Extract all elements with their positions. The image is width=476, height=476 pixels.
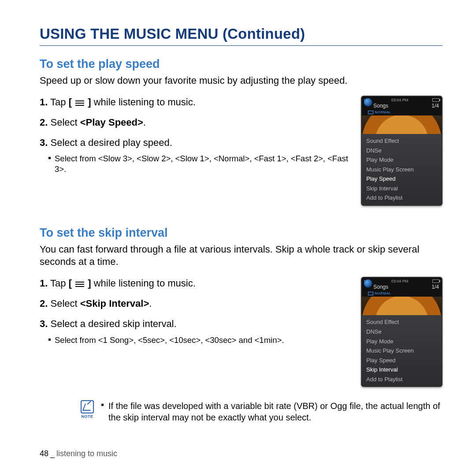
chapter-name: listening to music (56, 449, 117, 458)
device-screenshot: ▶ 03:04 PM Songs 1/4 NORMAL Sound Effect… (361, 277, 443, 387)
step-sub-bullet: Select from <1 Song>, <5sec>, <10sec>, <… (40, 335, 350, 346)
device-album-art (362, 297, 442, 315)
section-heading: To set the play speed (40, 57, 443, 71)
device-title-row: Songs 1/4 (362, 103, 442, 110)
step-number: 2. (40, 117, 48, 128)
step-number: 2. (40, 298, 48, 309)
device-menu-item: Repeat A-B Mode (362, 203, 442, 206)
step-text: while listening to music. (91, 97, 196, 108)
step-text: Select (48, 298, 80, 309)
note-text: If the file was developed with a variabl… (101, 400, 443, 423)
device-menu-item: Play Mode (362, 155, 442, 165)
device-album-art (362, 115, 442, 134)
device-songs-label: Songs (373, 103, 388, 109)
battery-icon (432, 279, 439, 283)
step-text: . (143, 117, 146, 128)
step-1: 1. Tap [ ] while listening to music. (40, 277, 350, 290)
device-mode-label: NORMAL (362, 291, 442, 297)
step-text: Tap (48, 278, 68, 289)
page-footer: 48_listening to music (40, 449, 117, 458)
menu-icon (75, 280, 84, 287)
device-status-bar: ▶ 03:04 PM (362, 278, 442, 284)
step-3: 3. Select a desired play speed. (40, 136, 350, 149)
device-menu-item: Play Mode (362, 337, 442, 346)
step-sub-bullet: Select from <Slow 3>, <Slow 2>, <Slow 1>… (40, 153, 350, 175)
device-songs-count: 1/4 (431, 103, 439, 109)
device-menu-item: Skip Interval (362, 184, 442, 193)
device-songs-count: 1/4 (431, 284, 439, 290)
device-menu: Sound EffectDNSePlay ModeMusic Play Scre… (362, 315, 442, 387)
note-icon (81, 400, 94, 413)
page-number: 48 (40, 449, 48, 458)
device-menu-item: Music Play Screen (362, 165, 442, 175)
battery-icon (432, 98, 439, 102)
device-time: 03:04 PM (391, 279, 409, 283)
device-time: 03:04 PM (391, 98, 409, 102)
section-heading: To set the skip interval (40, 226, 443, 240)
section-play-speed: To set the play speed Speed up or slow d… (40, 57, 443, 206)
step-text: . (149, 298, 152, 309)
step-text: Select (48, 117, 80, 128)
step-text: Select a desired play speed. (48, 137, 172, 148)
step-number: 1. (40, 278, 48, 289)
note-badge: NOTE (79, 400, 95, 419)
device-screenshot: ▶ 03:04 PM Songs 1/4 NORMAL Sound Effect… (361, 96, 443, 206)
page-title: USING THE MUSIC MENU (Continued) (40, 26, 443, 46)
step-number: 3. (40, 137, 48, 148)
device-menu-item: Sound Effect (362, 317, 442, 327)
device-menu: Sound EffectDNSePlay ModeMusic Play Scre… (362, 134, 442, 206)
menu-icon (75, 99, 84, 106)
device-status-bar: ▶ 03:04 PM (362, 97, 442, 103)
step-text: Select a desired skip interval. (48, 318, 176, 329)
step-number: 3. (40, 318, 48, 329)
device-menu-item: Add to Playlist (362, 375, 442, 384)
steps-list: 1. Tap [ ] while listening to music. 2. … (40, 96, 350, 175)
step-bold-term: <Play Speed> (80, 117, 143, 128)
note-label: NOTE (79, 414, 95, 419)
note-block: NOTE If the file was developed with a va… (40, 400, 443, 423)
device-menu-item: Music Play Screen (362, 346, 442, 356)
device-menu-item: Repeat A-B Mode (362, 384, 442, 387)
device-menu-item: Sound Effect (362, 136, 442, 146)
device-menu-item: DNSe (362, 146, 442, 156)
step-3: 3. Select a desired skip interval. (40, 317, 350, 331)
device-mode-label: NORMAL (362, 110, 442, 115)
device-songs-label: Songs (373, 284, 388, 290)
device-menu-item: Play Speed (362, 356, 442, 365)
step-number: 1. (40, 97, 48, 108)
step-text: while listening to music. (91, 278, 196, 289)
step-2: 2. Select <Skip Interval>. (40, 297, 350, 310)
device-menu-item: Play Speed (362, 174, 442, 184)
step-bold-term: <Skip Interval> (80, 298, 149, 309)
device-menu-item: Add to Playlist (362, 193, 442, 203)
step-2: 2. Select <Play Speed>. (40, 116, 350, 129)
steps-list: 1. Tap [ ] while listening to music. 2. … (40, 277, 350, 345)
step-text: Tap (48, 97, 68, 108)
step-1: 1. Tap [ ] while listening to music. (40, 96, 350, 109)
section-skip-interval: To set the skip interval You can fast fo… (40, 226, 443, 387)
section-intro: You can fast forward through a file at v… (40, 243, 443, 268)
device-menu-item: Skip Interval (362, 365, 442, 375)
section-intro: Speed up or slow down your favorite musi… (40, 74, 443, 87)
device-title-row: Songs 1/4 (362, 284, 442, 291)
device-menu-item: DNSe (362, 327, 442, 337)
